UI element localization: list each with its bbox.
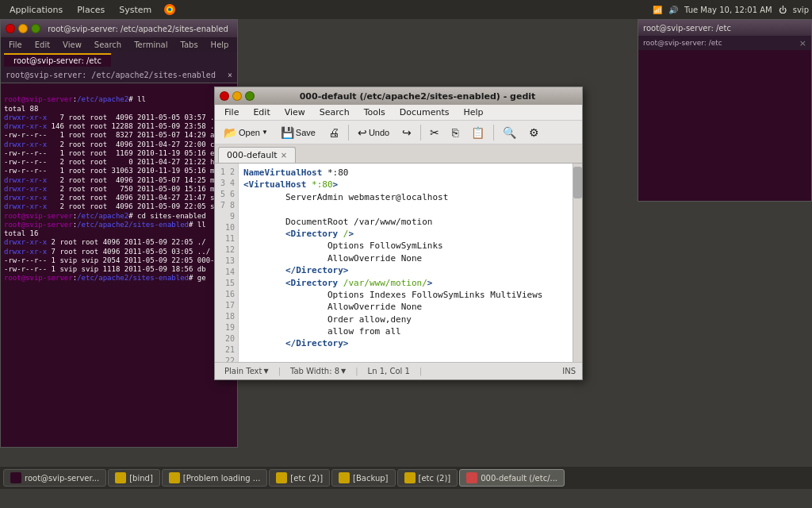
terminal-menu-edit[interactable]: Edit	[30, 40, 55, 49]
insert-mode: INS	[562, 367, 576, 375]
gedit-menu-view[interactable]: View	[278, 106, 312, 119]
copy-button[interactable]: ⎘	[446, 124, 464, 141]
gedit-maximize-button[interactable]	[245, 91, 255, 101]
open-dropdown-icon: ▼	[262, 129, 268, 136]
position-label: Ln 1, Col 1	[368, 367, 410, 375]
taskbar-terminal-label: root@svip-server...	[25, 474, 99, 483]
terminal-menu-search[interactable]: Search	[90, 40, 126, 49]
taskbar-backup-icon	[339, 472, 350, 483]
gedit-menubar: File Edit View Search Tools Documents He…	[215, 105, 582, 121]
redo-button[interactable]: ↪	[396, 124, 417, 141]
line-numbers-content: 1 2 3 4 5 6 7 8 9 10 11 12 13 14 15 16 1…	[216, 167, 235, 362]
gedit-menu-documents[interactable]: Documents	[393, 106, 456, 119]
gedit-editor[interactable]: NameVirtualHost *:80 <VirtualHost *:80> …	[239, 164, 573, 362]
terminal-right-close[interactable]: ×	[799, 38, 806, 48]
tabwidth-arrow: ▼	[341, 368, 346, 375]
terminal-right-path: root@svip-server: /etc	[643, 39, 722, 47]
toolbar-separator-3	[493, 125, 494, 140]
top-panel: Applications Places System 📶 🔊 Tue May 1…	[0, 0, 812, 19]
filetype-arrow: ▼	[263, 368, 268, 375]
terminal-tab-label: root@svip-server: /etc	[13, 56, 102, 65]
power-icon: ⏻	[779, 6, 787, 14]
gedit-close-button[interactable]	[220, 91, 229, 101]
menu-system[interactable]: System	[113, 3, 158, 17]
toolbar-separator-1	[348, 125, 349, 140]
taskbar-bind-icon	[115, 472, 126, 483]
volume-icon: 🔊	[668, 6, 678, 14]
gedit-titlebar: 000-default (/etc/apache2/sites-enabled)…	[215, 87, 582, 105]
gedit-menu-file[interactable]: File	[218, 106, 245, 119]
redo-icon: ↪	[402, 126, 412, 139]
taskbar-etc2-icon	[404, 472, 416, 483]
taskbar-item-gedit[interactable]: 000-default (/etc/...	[459, 469, 565, 487]
taskbar-gedit-label: 000-default (/etc/...	[481, 474, 557, 483]
taskbar-item-etc1[interactable]: [etc (2)]	[269, 469, 330, 487]
terminal-menu-tabs[interactable]: Tabs	[175, 40, 202, 49]
gedit-menu-search[interactable]: Search	[313, 106, 356, 119]
taskbar-terminal-icon	[10, 472, 21, 483]
replace-button[interactable]: ⚙	[523, 124, 545, 141]
terminal-tabs: root@svip-server: /etc	[1, 52, 237, 67]
username: svip	[793, 6, 809, 14]
terminal-menu-file[interactable]: File	[4, 40, 27, 49]
terminal-right-body[interactable]	[638, 50, 811, 201]
find-button[interactable]: 🔍	[497, 124, 522, 141]
find-icon: 🔍	[503, 126, 516, 139]
filetype-status[interactable]: Plain Text ▼	[221, 366, 272, 376]
gedit-tab-000default[interactable]: 000-default ×	[218, 147, 296, 163]
terminal-menu-terminal[interactable]: Terminal	[129, 40, 172, 49]
terminal-path-close[interactable]: ×	[228, 71, 232, 79]
tabwidth-label: Tab Width: 8	[290, 367, 339, 375]
taskbar-item-backup[interactable]: [Backup]	[331, 469, 395, 487]
gedit-menu-tools[interactable]: Tools	[358, 106, 392, 119]
taskbar-item-bind[interactable]: [bind]	[108, 469, 160, 487]
gedit-menu-edit[interactable]: Edit	[247, 106, 276, 119]
cut-icon: ✂	[430, 126, 439, 139]
taskbar-etc1-icon	[276, 472, 287, 483]
terminal-right-title: root@svip-server: /etc	[643, 24, 731, 33]
terminal-body[interactable]: root@svip-server:/etc/apache2# ll total …	[1, 83, 237, 447]
taskbar-bind-label: [bind]	[129, 474, 153, 483]
save-icon: 💾	[281, 126, 294, 139]
firefox-icon	[163, 2, 177, 17]
taskbar-item-etc2[interactable]: [etc (2)]	[397, 469, 458, 487]
terminal-left-window: root@svip-server: /etc/apache2/sites-ena…	[0, 19, 238, 448]
terminal-tab-1[interactable]: root@svip-server: /etc	[4, 53, 111, 67]
toolbar-separator-2	[420, 125, 421, 140]
top-panel-left: Applications Places System	[3, 2, 177, 17]
terminal-maximize-button[interactable]	[31, 24, 40, 33]
terminal-menu-view[interactable]: View	[58, 40, 86, 49]
save-button[interactable]: 💾 Save	[275, 124, 321, 141]
svg-point-2	[168, 8, 171, 11]
tabwidth-status[interactable]: Tab Width: 8 ▼	[287, 366, 349, 376]
gedit-scrollbar[interactable]	[573, 164, 582, 362]
paste-icon: 📋	[471, 126, 485, 139]
gedit-minimize-button[interactable]	[232, 91, 242, 101]
gedit-toolbar: 📂 Open ▼ 💾 Save 🖨 ↩ Undo ↪ ✂	[215, 121, 582, 144]
gedit-tab-close[interactable]: ×	[281, 151, 287, 160]
terminal-path-bar: root@svip-server: /etc/apache2/sites-ena…	[1, 67, 237, 83]
taskbar-etc1-label: [etc (2)]	[290, 474, 323, 483]
filetype-label: Plain Text	[224, 367, 262, 375]
paste-button[interactable]: 📋	[465, 124, 490, 141]
terminal-close-button[interactable]	[6, 24, 15, 33]
terminal-menu-help[interactable]: Help	[206, 40, 234, 49]
terminal-minimize-button[interactable]	[18, 24, 28, 33]
gedit-menu-help[interactable]: Help	[457, 106, 489, 119]
taskbar-item-terminal[interactable]: root@svip-server...	[3, 469, 106, 487]
menu-applications[interactable]: Applications	[3, 3, 69, 17]
open-button[interactable]: 📂 Open ▼	[218, 124, 274, 141]
taskbar-item-problem[interactable]: [Problem loading ...	[162, 469, 268, 487]
taskbar-gedit-icon	[466, 472, 477, 483]
network-icon: 📶	[653, 6, 662, 14]
menu-places[interactable]: Places	[71, 3, 111, 17]
open-icon: 📂	[224, 126, 237, 139]
undo-button[interactable]: ↩ Undo	[352, 124, 395, 141]
taskbar-backup-label: [Backup]	[353, 474, 388, 483]
taskbar-problem-icon	[169, 472, 180, 483]
position-status[interactable]: Ln 1, Col 1	[365, 366, 413, 376]
top-panel-right: 📶 🔊 Tue May 10, 12:01 AM ⏻ svip	[653, 6, 809, 14]
gedit-tab-label: 000-default	[227, 150, 278, 160]
cut-button[interactable]: ✂	[424, 124, 445, 141]
print-button[interactable]: 🖨	[323, 124, 345, 141]
